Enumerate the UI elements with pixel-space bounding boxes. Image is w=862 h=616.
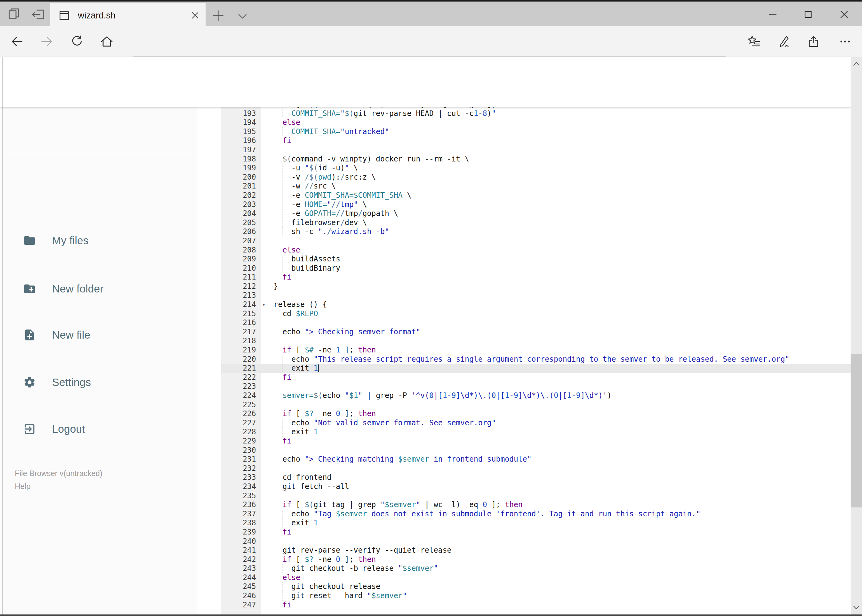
code-line-193[interactable]: 193 COMMIT_SHA="$(git rev-parse HEAD | c… (197, 109, 851, 118)
code-line-238[interactable]: 238 exit 1 (197, 519, 851, 528)
sidebar-item-new-folder[interactable]: New folder (2, 277, 197, 301)
code-line-246[interactable]: 246 git reset --hard "$semver" (197, 591, 851, 600)
code-line-237[interactable]: 237 echo "Tag $semver does not exist in … (197, 509, 851, 519)
code-line-207[interactable]: 207 (197, 236, 851, 246)
line-number: 231 (221, 455, 261, 464)
code-text: sh -c "./wizard.sh -b" (274, 227, 389, 236)
code-line-233[interactable]: 233 cd frontend (197, 473, 851, 482)
more-dots-icon[interactable] (838, 35, 852, 48)
sidebar-item-settings[interactable]: Settings (2, 370, 197, 394)
fold-marker-icon[interactable]: ▾ (262, 300, 265, 310)
code-line-223[interactable]: 223 (197, 382, 851, 391)
code-line-215[interactable]: 215 cd $REPO (197, 310, 851, 319)
code-line-214[interactable]: 214▾release () { (197, 300, 851, 310)
code-line-241[interactable]: 241 git rev-parse --verify --quiet relea… (197, 546, 851, 555)
code-line-195[interactable]: 195 COMMIT_SHA="untracked" (197, 127, 851, 137)
code-line-245[interactable]: 245 git checkout release (197, 582, 851, 591)
scroll-up-icon[interactable] (852, 59, 861, 68)
code-text: -u "$(id -u)" \ (274, 163, 358, 173)
annotate-pen-icon[interactable] (777, 35, 791, 48)
code-line-201[interactable]: 201 -w //src \ (197, 182, 851, 191)
sidebar-item-label: New file (52, 329, 90, 341)
tab-close-icon[interactable] (186, 6, 204, 25)
set-tabs-aside-icon[interactable] (32, 7, 45, 20)
code-line-222[interactable]: 222 fi (197, 373, 851, 382)
code-line-197[interactable]: 197 (197, 146, 851, 155)
code-line-229[interactable]: 229 fi (197, 437, 851, 446)
code-line-216[interactable]: 216 (197, 318, 851, 327)
code-line-232[interactable]: 232 (197, 464, 851, 473)
line-number: 207 (221, 236, 261, 246)
share-icon[interactable] (807, 35, 821, 48)
code-line-204[interactable]: 204 -e GOPATH=//tmp/gopath \ (197, 209, 851, 218)
home-icon[interactable] (100, 35, 113, 48)
code-line-205[interactable]: 205 filebrowser/dev \ (197, 218, 851, 228)
code-line-227[interactable]: 227 echo "Not valid semver format. See s… (197, 418, 851, 428)
code-line-231[interactable]: 231 echo "> Checking matching $semver in… (197, 455, 851, 464)
code-line-213[interactable]: 213 (197, 291, 851, 300)
back-icon[interactable] (10, 35, 24, 48)
window-minimize-button[interactable] (759, 5, 786, 24)
code-line-211[interactable]: 211 fi (197, 273, 851, 282)
window-maximize-button[interactable] (794, 5, 822, 24)
code-line-208[interactable]: 208 else (197, 246, 851, 255)
sidebar-item-label: New folder (52, 283, 103, 295)
code-line-243[interactable]: 243 git checkout -b release "$semver" (197, 564, 851, 573)
new-tab-button[interactable] (210, 8, 226, 24)
scroll-down-icon[interactable] (852, 603, 861, 612)
code-line-235[interactable]: 235 (197, 492, 851, 501)
code-line-221[interactable]: 221 exit 1 (197, 364, 851, 373)
code-line-199[interactable]: 199 -u "$(id -u)" \ (197, 163, 851, 173)
code-text: COMMIT_SHA="$(git rev-parse HEAD | cut -… (274, 109, 496, 118)
code-line-198[interactable]: 198 $(command -v winpty) docker run --rm… (197, 155, 851, 164)
code-line-219[interactable]: 219 if [ $# -ne 1 ]; then (197, 346, 851, 355)
code-text: semver=$(echo "$1" | grep -P '^v(0|[1-9]… (274, 391, 611, 401)
code-line-244[interactable]: 244 else (197, 573, 851, 583)
code-text: git rev-parse --verify --quiet release (274, 546, 451, 555)
code-line-234[interactable]: 234 git fetch --all (197, 482, 851, 492)
code-line-209[interactable]: 209 buildAssets (197, 255, 851, 264)
code-line-242[interactable]: 242 if [ $? -ne 0 ]; then (197, 555, 851, 564)
code-line-194[interactable]: 194 else (197, 118, 851, 127)
code-line-203[interactable]: 203 -e HOME="//tmp" \ (197, 200, 851, 209)
window-close-button[interactable] (830, 5, 858, 24)
tab-preview-icon[interactable] (7, 7, 21, 20)
code-line-212[interactable]: 212} (197, 282, 851, 291)
code-line-210[interactable]: 210 buildBinary (197, 264, 851, 273)
code-line-206[interactable]: 206 sh -c "./wizard.sh -b" (197, 227, 851, 236)
line-number: 236 (221, 500, 261, 509)
code-line-200[interactable]: 200 -v /$(pwd):/src:z \ (197, 173, 851, 182)
code-line-220[interactable]: 220 echo "This release script requires a… (197, 355, 851, 364)
code-line-236[interactable]: 236 if [ $(git tag | grep "$semver" | wc… (197, 500, 851, 509)
code-line-228[interactable]: 228 exit 1 (197, 427, 851, 437)
line-number: 202 (221, 191, 261, 200)
code-line-240[interactable]: 240 (197, 537, 851, 546)
code-line-218[interactable]: 218 (197, 336, 851, 346)
code-line-239[interactable]: 239 fi (197, 528, 851, 537)
code-line-224[interactable]: 224 semver=$(echo "$1" | grep -P '^v(0|[… (197, 391, 851, 401)
code-editor[interactable]: 192 if [ "$(command -v git)" != "" ] && … (197, 107, 851, 614)
code-line-226[interactable]: 226 if [ $? -ne 0 ]; then (197, 409, 851, 418)
code-text: release () { (274, 300, 327, 310)
code-line-230[interactable]: 230 (197, 446, 851, 455)
sidebar-help-link[interactable]: Help (15, 482, 30, 491)
tab-list-chevron-icon[interactable] (235, 8, 251, 24)
code-line-202[interactable]: 202 -e COMMIT_SHA=$COMMIT_SHA \ (197, 191, 851, 200)
scrollbar-thumb[interactable] (851, 354, 862, 508)
code-line-192[interactable]: 192 if [ "$(command -v git)" != "" ] && … (197, 107, 851, 109)
page-scrollbar[interactable] (851, 57, 862, 614)
code-line-225[interactable]: 225 (197, 401, 851, 410)
code-line-196[interactable]: 196 fi (197, 136, 851, 146)
forward-icon[interactable] (40, 35, 54, 48)
hub-icon[interactable] (747, 35, 761, 48)
browser-nav-bar: filebrowser.web/files/wizard.sh (0, 26, 862, 57)
code-line-217[interactable]: 217 echo "> Checking semver format" (197, 327, 851, 337)
code-text: COMMIT_SHA="untracked" (274, 127, 389, 137)
code-line-247[interactable]: 247 fi (197, 600, 851, 610)
browser-tab[interactable]: wizard.sh (50, 3, 206, 28)
sidebar-item-my-files[interactable]: My files (2, 228, 197, 253)
code-text: echo "> Checking matching $semver in fro… (274, 455, 531, 464)
refresh-icon[interactable] (70, 35, 84, 48)
sidebar-item-logout[interactable]: Logout (2, 417, 197, 441)
sidebar-item-new-file[interactable]: New file (2, 323, 197, 347)
